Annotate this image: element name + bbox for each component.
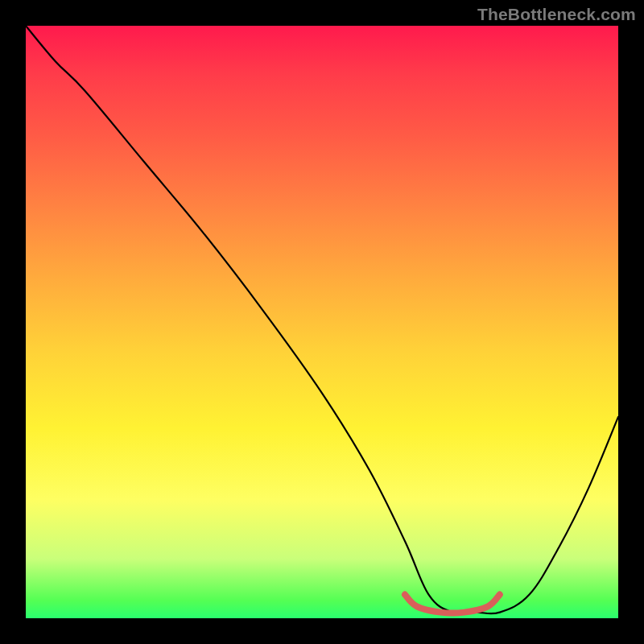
- optimal-range-marker: [405, 595, 500, 613]
- bottleneck-curve: [26, 26, 618, 613]
- watermark-text: TheBottleneck.com: [477, 5, 636, 24]
- plot-area: [26, 26, 618, 618]
- chart-svg: [26, 26, 618, 618]
- chart-container: TheBottleneck.com: [0, 0, 644, 644]
